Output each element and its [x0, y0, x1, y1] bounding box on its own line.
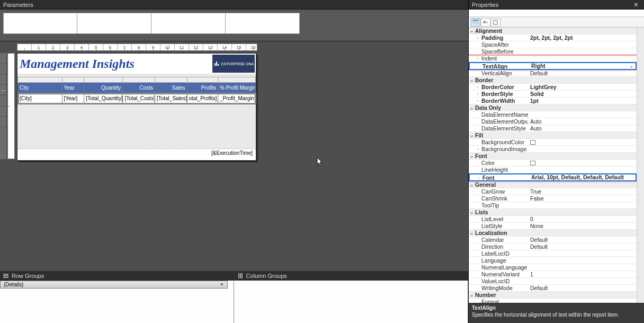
col-header-sales[interactable]: Sales: [155, 83, 187, 93]
horizontal-ruler: 1 2 3 4 5 6 7 8 9 10 11 12 13 14 15 16: [17, 43, 257, 51]
parameters-panel-header: Parameters: [0, 0, 468, 10]
chevron-down-icon[interactable]: ▼: [220, 282, 224, 287]
groups-panel-body: (Details) ▼: [0, 281, 468, 323]
collapse-icon[interactable]: ⌄: [469, 153, 475, 159]
collapse-icon[interactable]: ⌄: [469, 292, 475, 298]
col-header-margin[interactable]: % Profit Margin: [218, 83, 255, 93]
svg-rect-2: [3, 277, 8, 278]
parameter-cell[interactable]: [3, 13, 77, 34]
group-item-label: (Details): [4, 282, 23, 287]
cell-quantity[interactable]: [Total_Quantity]: [84, 93, 123, 104]
collapse-icon[interactable]: ⌄: [469, 209, 475, 215]
row-groups-list[interactable]: (Details) ▼: [0, 281, 234, 323]
categorized-icon: [472, 20, 479, 25]
report-section-gutter: —: [0, 53, 6, 159]
parameters-body: [0, 10, 468, 41]
vertical-ruler: [7, 53, 15, 159]
cell-city[interactable]: [City]: [18, 93, 62, 104]
sort-az-icon: A↓: [483, 20, 488, 24]
execution-time-field[interactable]: [&ExecutionTime]: [211, 150, 253, 156]
help-description: Specifies the horizontal alignment of te…: [472, 312, 619, 318]
collapse-icon[interactable]: ⌄: [469, 104, 475, 111]
svg-rect-7: [472, 22, 479, 23]
svg-rect-4: [240, 273, 241, 278]
svg-rect-0: [3, 274, 8, 275]
row-groups-icon: [3, 273, 8, 278]
svg-rect-6: [472, 20, 479, 21]
svg-rect-9: [494, 20, 497, 24]
col-header-year[interactable]: Year: [62, 83, 84, 93]
svg-rect-1: [3, 275, 8, 276]
properties-body: A↓ ⌄Alignment ›Padding2pt, 2pt, 2pt, 2pt…: [469, 10, 644, 323]
table-data-row[interactable]: [City] [Year] [Total_Quantity] [Total_Co…: [18, 93, 256, 104]
categorized-view-button[interactable]: [471, 18, 480, 27]
properties-help: TextAlign Specifies the horizontal align…: [469, 303, 644, 323]
collapse-icon[interactable]: ⌄: [469, 132, 475, 138]
collapse-icon[interactable]: ⌄: [469, 28, 475, 34]
report-footer[interactable]: [&ExecutionTime]: [17, 149, 256, 160]
logo-image[interactable]: ENTERPRISE DNA: [212, 55, 255, 73]
groups-panel-header: Row Groups Column Groups: [0, 271, 468, 281]
cell-year[interactable]: [Year]: [62, 93, 84, 104]
properties-toolbar: A↓: [469, 17, 644, 28]
cell-costs[interactable]: [Total_Costs]: [123, 93, 155, 104]
help-title: TextAlign: [472, 305, 641, 311]
alphabetical-view-button[interactable]: A↓: [481, 18, 490, 27]
data-tablix[interactable]: City Year Quantity Costs Sales Profits %…: [17, 77, 256, 104]
cell-profits[interactable]: otal_Profits]: [187, 93, 218, 104]
parameter-cell[interactable]: [226, 13, 300, 34]
collapse-icon[interactable]: ⌄: [469, 181, 475, 188]
column-groups-list[interactable]: [234, 281, 468, 323]
chevron-down-icon[interactable]: ⌄: [630, 63, 633, 69]
parameter-cell[interactable]: [77, 13, 151, 34]
svg-rect-8: [472, 23, 479, 24]
svg-rect-3: [238, 273, 239, 278]
property-font-row: ›FontArial, 10pt, Default, Default, Defa…: [469, 173, 637, 181]
logo-icon: [213, 60, 220, 67]
report-canvas[interactable]: Management Insights ENTERPRISE DNA City …: [17, 53, 256, 161]
cell-sales[interactable]: [Total_Sales]: [155, 93, 187, 104]
scrollbar[interactable]: [637, 28, 644, 303]
parameters-title: Parameters: [3, 2, 33, 8]
column-groups-icon: [238, 273, 243, 278]
properties-title: Properties: [472, 2, 498, 8]
pages-icon: [493, 20, 498, 25]
col-header-costs[interactable]: Costs: [123, 83, 155, 93]
collapse-icon[interactable]: ⌄: [469, 77, 475, 83]
row-groups-title: Row Groups: [12, 273, 44, 279]
color-swatch: [530, 140, 535, 145]
col-header-city[interactable]: City: [18, 83, 62, 93]
properties-panel-header: Properties ✕: [469, 0, 644, 10]
group-item-details[interactable]: (Details) ▼: [0, 281, 228, 289]
report-body-gap: [17, 104, 256, 125]
report-header: Management Insights ENTERPRISE DNA: [17, 54, 256, 74]
property-pages-button[interactable]: [491, 18, 500, 27]
design-surface[interactable]: — 1 2 3 4 5 6 7 8 9 10 11 12 13 14 15 16: [0, 41, 468, 271]
close-icon[interactable]: ✕: [631, 1, 641, 8]
collapse-icon[interactable]: ⌄: [469, 230, 475, 236]
properties-selector-row[interactable]: [469, 10, 644, 17]
cell-margin[interactable]: _Profit_Margin]: [218, 93, 255, 104]
svg-rect-5: [241, 273, 243, 278]
col-header-quantity[interactable]: Quantity: [84, 83, 123, 93]
property-textalign-row: TextAlignRight⌄: [469, 62, 637, 70]
properties-grid[interactable]: ⌄Alignment ›Padding2pt, 2pt, 2pt, 2pt Sp…: [469, 28, 637, 303]
column-groups-title: Column Groups: [246, 273, 287, 279]
parameter-cell[interactable]: [151, 13, 226, 34]
mouse-cursor-icon: [317, 157, 323, 167]
report-title[interactable]: Management Insights: [19, 57, 135, 71]
col-header-profits[interactable]: Profits: [187, 83, 218, 93]
table-header-row[interactable]: City Year Quantity Costs Sales Profits %…: [18, 83, 256, 93]
color-swatch: [530, 161, 535, 165]
